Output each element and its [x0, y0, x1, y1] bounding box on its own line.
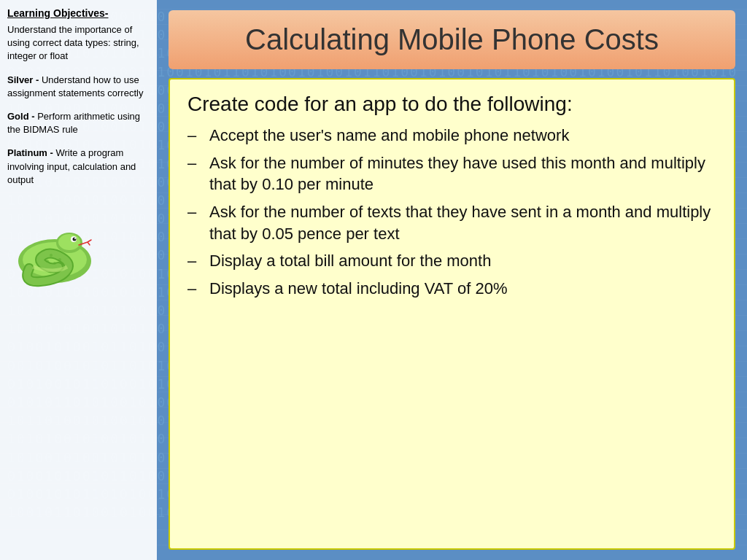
- svg-point-9: [58, 258, 61, 261]
- svg-point-6: [74, 238, 76, 239]
- sidebar-gold-section: Gold - Perform arithmetic using the BIDM…: [7, 110, 150, 136]
- slide-title: Calculating Mobile Phone Costs: [245, 23, 659, 55]
- svg-point-10: [50, 254, 53, 257]
- sidebar-silver-section: Silver - Understand how to use assignmen…: [7, 74, 150, 100]
- content-box: Create code for an app to do the followi…: [169, 78, 735, 550]
- main-layout: Learning Objectives- Understand the impo…: [0, 0, 747, 560]
- title-box: Calculating Mobile Phone Costs: [169, 10, 735, 69]
- svg-point-7: [46, 260, 49, 262]
- sidebar-platinum-section: Platinum - Write a program involving inp…: [7, 147, 150, 187]
- silver-label: Silver -: [7, 74, 39, 85]
- bullet-item-3: Ask for the number of texts that they ha…: [187, 201, 716, 244]
- snake-image: [7, 203, 102, 290]
- bullet-item-1: Accept the user's name and mobile phone …: [187, 125, 716, 147]
- bullet-list: Accept the user's name and mobile phone …: [187, 125, 716, 300]
- content-heading: Create code for an app to do the followi…: [187, 93, 716, 116]
- svg-point-5: [73, 237, 77, 241]
- bullet-item-5: Displays a new total including VAT of 20…: [187, 278, 716, 300]
- platinum-label: Platinum -: [7, 147, 53, 158]
- bullet-item-4: Display a total bill amount for the mont…: [187, 250, 716, 272]
- sidebar-title: Learning Objectives-: [7, 7, 150, 19]
- main-content: Calculating Mobile Phone Costs Create co…: [157, 0, 747, 560]
- sidebar-understand-text: Understand the importance of using corre…: [7, 23, 150, 63]
- gold-label: Gold -: [7, 111, 35, 122]
- bullet-item-2: Ask for the number of minutes they have …: [187, 152, 716, 195]
- sidebar: Learning Objectives- Understand the impo…: [0, 0, 157, 560]
- svg-point-3: [58, 234, 80, 250]
- svg-point-8: [53, 262, 56, 265]
